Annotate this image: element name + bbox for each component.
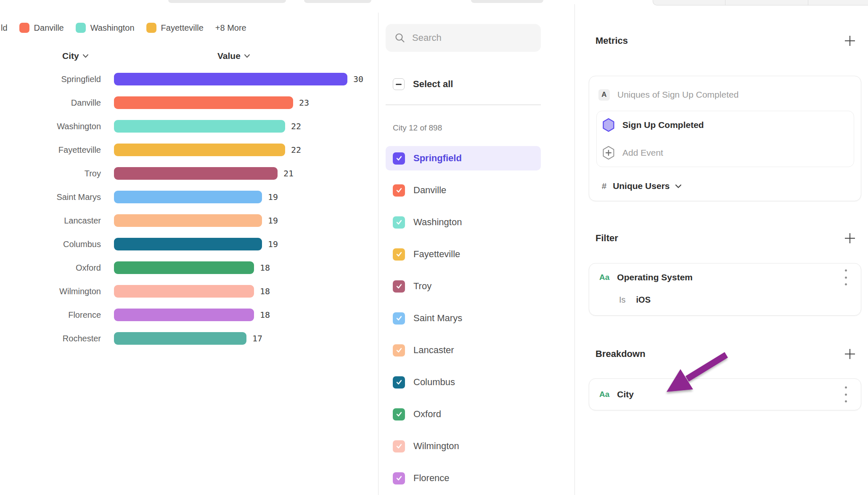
bar[interactable]	[114, 167, 278, 180]
breakdown-property-row[interactable]: Aa City	[589, 379, 861, 410]
breakdown-card[interactable]: Aa City	[589, 378, 861, 410]
city-checkbox[interactable]	[393, 280, 405, 293]
chart-row: Saint Marys 19	[0, 185, 278, 209]
city-checkbox[interactable]	[393, 408, 405, 420]
legend-item[interactable]: Washington	[76, 23, 135, 33]
city-checkbox[interactable]	[393, 344, 405, 357]
bar-value-label: 23	[299, 98, 309, 108]
bar-category-label: Saint Marys	[0, 192, 101, 202]
filter-card[interactable]: Aa Operating System Is iOS	[589, 263, 861, 316]
chart-row: Springfield 30	[0, 67, 363, 91]
event-row[interactable]: Sign Up Completed	[597, 111, 854, 139]
chart-row: Lancaster 19	[0, 209, 278, 232]
filter-kebab-menu[interactable]	[842, 269, 849, 285]
chart-row: Florence 18	[0, 303, 270, 327]
city-checkbox[interactable]	[393, 248, 405, 261]
panel-divider	[378, 13, 378, 495]
city-list-item[interactable]: Florence	[386, 466, 541, 490]
bar[interactable]	[114, 332, 246, 345]
chart-legend: ld Danville Washington Fayetteville +8 M…	[1, 22, 246, 34]
bar-category-label: Wilmington	[0, 287, 101, 296]
column-header-city[interactable]: City	[62, 51, 89, 61]
filter-condition-row[interactable]: Is iOS	[619, 291, 861, 308]
column-header-value-label: Value	[217, 51, 241, 61]
city-list-item[interactable]: Wilmington	[386, 434, 541, 458]
city-list-item[interactable]: Troy	[386, 274, 541, 298]
city-list-item[interactable]: Saint Marys	[386, 306, 541, 330]
add-metric-button[interactable]	[844, 35, 855, 46]
bar-category-label: Florence	[0, 310, 101, 320]
bar[interactable]	[114, 191, 262, 203]
metrics-section-header: Metrics	[595, 35, 861, 46]
legend-label: Fayetteville	[161, 23, 204, 33]
chart-row: Wilmington 18	[0, 279, 270, 303]
bar-value-label: 19	[268, 239, 278, 249]
select-all-checkbox[interactable]	[393, 78, 405, 90]
aggregation-selector[interactable]: # Unique Users	[602, 173, 861, 199]
breakdown-kebab-menu[interactable]	[842, 386, 849, 402]
legend-label: Washington	[90, 23, 135, 33]
city-label: Florence	[413, 473, 450, 484]
analytics-app: ld Danville Washington Fayetteville +8 M…	[0, 0, 868, 495]
bar[interactable]	[114, 144, 285, 156]
city-list-item[interactable]: Washington	[386, 210, 541, 234]
breakdown-property-name: City	[617, 389, 634, 399]
bar-value-label: 18	[260, 310, 270, 320]
city-list-item[interactable]: Lancaster	[386, 338, 541, 362]
legend-item-clipped[interactable]: ld	[1, 23, 8, 33]
city-list-item[interactable]: Springfield	[386, 146, 541, 170]
city-checkbox[interactable]	[393, 312, 405, 325]
search-input[interactable]: Search	[386, 24, 541, 52]
bar-value-label: 22	[291, 121, 301, 131]
bar-category-label: Columbus	[0, 240, 101, 249]
bar[interactable]	[114, 285, 254, 298]
bar[interactable]	[114, 309, 254, 321]
add-event-row[interactable]: Add Event	[597, 139, 854, 167]
checkmark-icon	[395, 154, 403, 162]
bar[interactable]	[114, 73, 347, 85]
list-divider	[386, 104, 541, 105]
city-checkbox[interactable]	[393, 376, 405, 389]
bar-category-label: Danville	[0, 98, 101, 108]
city-list-item[interactable]: Columbus	[386, 370, 541, 394]
checkmark-icon	[395, 474, 403, 482]
checkmark-icon	[395, 442, 403, 450]
checkmark-icon	[395, 250, 403, 258]
city-checkbox[interactable]	[393, 184, 405, 197]
filter-value: iOS	[636, 295, 651, 305]
breakdown-heading: Breakdown	[595, 349, 646, 359]
bar-category-label: Troy	[0, 169, 101, 178]
add-event-hexagon-icon	[602, 146, 615, 160]
city-label: Troy	[413, 281, 431, 292]
segment-count-label: City 12 of 898	[393, 123, 442, 133]
city-checkbox[interactable]	[393, 216, 405, 229]
legend-swatch	[19, 23, 29, 33]
top-toolbar-fragment	[168, 0, 286, 3]
city-label: Lancaster	[413, 345, 454, 356]
legend-label: Danville	[34, 23, 64, 33]
bar[interactable]	[114, 120, 285, 133]
city-list-item[interactable]: Fayetteville	[386, 242, 541, 266]
legend-more-button[interactable]: +8 More	[215, 23, 246, 33]
metric-letter-badge: A	[598, 89, 610, 101]
city-list-item[interactable]: Danville	[386, 178, 541, 202]
bar[interactable]	[114, 96, 293, 109]
bar-category-label: Fayetteville	[0, 145, 101, 155]
column-header-value[interactable]: Value	[217, 51, 250, 61]
city-label: Oxford	[413, 409, 441, 420]
city-checkbox[interactable]	[393, 472, 405, 484]
city-list-item[interactable]: Oxford	[386, 402, 541, 426]
bar[interactable]	[114, 261, 254, 274]
bar-value-label: 19	[268, 216, 278, 226]
filter-property-row[interactable]: Aa Operating System	[589, 263, 861, 291]
add-filter-button[interactable]	[844, 233, 855, 244]
add-breakdown-button[interactable]	[844, 349, 855, 359]
bar[interactable]	[114, 238, 262, 250]
bar[interactable]	[114, 214, 262, 227]
legend-item[interactable]: Fayetteville	[146, 23, 204, 33]
metric-card[interactable]: A Uniques of Sign Up Completed Sign Up C…	[589, 76, 861, 201]
city-checkbox[interactable]	[393, 440, 405, 452]
city-checkbox[interactable]	[393, 152, 405, 165]
select-all-toggle[interactable]: Select all	[393, 78, 453, 90]
legend-item[interactable]: Danville	[19, 23, 64, 33]
